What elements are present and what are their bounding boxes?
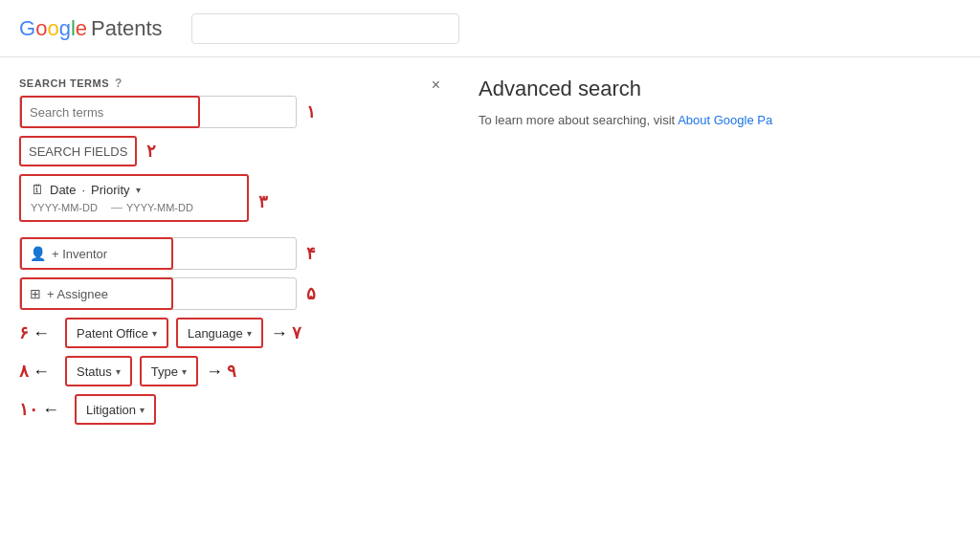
arrow-left-8: ← [33,362,50,382]
assignee-icon: ⊞ [30,286,41,301]
logo: Google Patents [19,16,163,41]
right-panel: Advanced search To learn more about sear… [459,67,961,541]
search-terms-row: ١ [19,96,459,128]
main-content: × SEARCH TERMS ? ١ SEARCH FIELDS ٢ [0,57,980,551]
language-arrow: ▾ [247,328,252,339]
litigation-row: ١٠ ← Litigation ▾ [19,394,459,425]
language-label: Language [188,326,243,341]
inventor-icon: 👤 [30,246,46,261]
close-button[interactable]: × [432,77,440,94]
patent-office-dropdown[interactable]: Patent Office ▾ [65,318,168,348]
arrow-right-9: → [206,362,223,382]
search-terms-input[interactable] [30,105,190,120]
arrow-left-6: ← [33,323,50,343]
status-dropdown[interactable]: Status ▾ [65,356,132,386]
anno-7-wrap: → ٧ [271,322,301,343]
search-fields-row: SEARCH FIELDS ٢ [19,136,459,166]
inventor-row: 👤 + Inventor ۴ [19,237,459,270]
arrow-right-7: → [271,323,288,343]
litigation-arrow: ▾ [140,405,145,415]
date-from-input[interactable] [31,202,107,213]
status-arrow: ▾ [116,366,121,377]
anno-9-wrap: → ٩ [206,361,236,382]
type-dropdown[interactable]: Type ▾ [140,356,198,386]
advanced-search-title: Advanced search [479,77,942,101]
language-dropdown[interactable]: Language ▾ [176,318,263,348]
anno-2: ٢ [146,141,156,162]
help-icon[interactable]: ? [115,77,122,90]
anno-1: ١ [306,101,316,122]
arrow-left-10: ← [42,400,59,420]
inventor-label: + Inventor [52,247,107,261]
priority-label: Priority [91,183,129,197]
assignee-row: ⊞ + Assignee ۵ [19,277,459,310]
anno-7: ٧ [292,322,301,343]
date-to-input[interactable] [126,202,203,213]
calendar-icon: 🗓 [31,182,44,197]
anno-8: ٨ [19,361,29,382]
search-terms-section-label: SEARCH TERMS ? [19,77,459,90]
status-type-row: ٨ ← Status ▾ Type ▾ → ٩ [19,356,459,386]
type-label: Type [151,364,178,379]
date-label: Date [50,183,76,197]
bottom-section: ۶ ← Patent Office ▾ Language ▾ → ٧ [19,318,459,425]
litigation-label: Litigation [86,403,136,417]
date-dot: · [81,183,85,197]
header: Google Patents [0,0,980,57]
litigation-dropdown[interactable]: Litigation ▾ [75,394,156,425]
google-logo: Google [19,16,87,41]
assignee-label: + Assignee [47,287,108,301]
inventor-box[interactable]: 👤 + Inventor [20,237,173,270]
anno-8-wrap: ٨ ← [19,361,50,382]
search-input[interactable] [191,13,459,44]
anno-9: ٩ [227,361,236,382]
patent-office-arrow: ▾ [152,328,157,339]
date-dash: — [111,201,122,214]
date-row: 🗓 Date · Priority ▾ — ٣ [19,174,459,230]
advanced-search-description: To learn more about searching, visit Abo… [479,113,942,127]
about-google-patents-link[interactable]: About Google Pa [678,113,772,127]
date-box: 🗓 Date · Priority ▾ — [19,174,249,222]
anno-10-wrap: ١٠ ← [19,399,59,420]
left-panel: × SEARCH TERMS ? ١ SEARCH FIELDS ٢ [19,67,459,541]
assignee-box[interactable]: ⊞ + Assignee [20,277,173,310]
adv-desc-text: To learn more about searching, visit [479,113,675,127]
anno-3: ٣ [258,191,268,212]
type-arrow: ▾ [182,366,187,377]
patents-label: Patents [91,16,163,41]
anno-6: ۶ [19,322,29,343]
anno-4: ۴ [306,243,316,264]
anno-6-wrap: ۶ ← [19,322,50,343]
anno-5: ۵ [306,283,316,304]
patent-office-label: Patent Office [77,326,148,341]
status-label: Status [77,364,112,379]
search-terms-label: SEARCH TERMS [19,77,109,89]
patent-office-row: ۶ ← Patent Office ▾ Language ▾ → ٧ [19,318,459,348]
priority-arrow[interactable]: ▾ [136,185,141,195]
anno-10: ١٠ [19,399,38,420]
search-fields-label: SEARCH FIELDS [29,144,127,159]
